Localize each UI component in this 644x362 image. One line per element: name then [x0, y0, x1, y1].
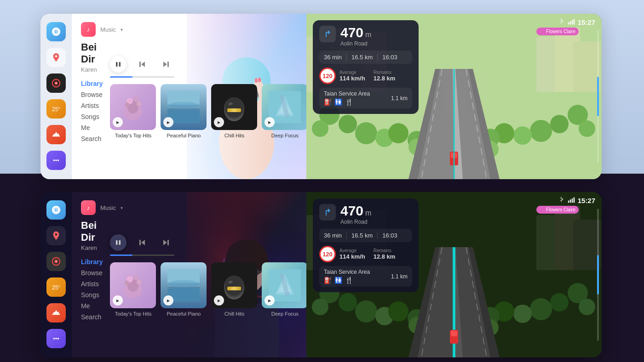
- svg-text:25°: 25°: [52, 284, 60, 291]
- bottom-map-scrollbar[interactable]: [597, 209, 599, 341]
- bottom-turn-icon: ↱: [319, 204, 336, 221]
- bottom-prev-button[interactable]: [134, 234, 150, 251]
- nav-search[interactable]: Search: [81, 134, 103, 144]
- svg-point-131: [225, 276, 243, 296]
- bottom-sidebar-icon-2[interactable]: [46, 252, 66, 271]
- svg-point-121: [133, 275, 139, 280]
- svg-point-40: [167, 102, 200, 109]
- nav-songs[interactable]: Songs: [81, 112, 103, 122]
- svg-point-70: [530, 120, 552, 142]
- bottom-nav-me[interactable]: Me: [81, 301, 103, 311]
- bottom-next-button[interactable]: [158, 234, 174, 251]
- top-nav-stats: 36 min 16.5 km 16:03: [319, 51, 412, 64]
- bottom-remains-label: Remains: [374, 248, 396, 253]
- svg-point-95: [53, 338, 55, 339]
- top-album-4[interactable]: ▶ Deep Focus: [262, 84, 306, 138]
- svg-rect-133: [227, 287, 241, 290]
- nav-artists[interactable]: Artists: [81, 101, 103, 111]
- sidebar-icon-2[interactable]: [46, 74, 66, 93]
- svg-point-150: [355, 300, 377, 322]
- bottom-sidebar-icon-3[interactable]: 25°: [46, 277, 66, 297]
- top-panel: 25°: [40, 14, 602, 179]
- top-album-grid: ▶ Today's Top Hits ▶: [110, 84, 306, 138]
- bottom-friend-marker: Flowers Claire: [536, 206, 579, 214]
- bottom-stat-km: 16.5 km: [346, 232, 373, 239]
- svg-point-34: [133, 96, 139, 102]
- bottom-scrollbar-thumb: [597, 255, 599, 294]
- top-map-scrollbar[interactable]: [597, 30, 599, 163]
- top-music-inner: ♪ Music ▾ Bei Dir Karen Library Browse A…: [72, 14, 306, 179]
- bottom-album-1[interactable]: ▶ Today's Top Hits: [110, 262, 156, 317]
- top-progress-fill: [110, 76, 132, 78]
- top-remains-value: 12.8 km: [374, 75, 396, 82]
- top-album-1-label: Today's Top Hits: [110, 133, 156, 138]
- svg-point-152: [388, 301, 408, 322]
- bottom-nav-search[interactable]: Search: [81, 312, 103, 322]
- sidebar-icon-1[interactable]: [46, 48, 66, 67]
- bottom-sidebar-icon-5[interactable]: [46, 329, 66, 348]
- bottom-album-4-label: Deep Focus: [262, 311, 306, 317]
- svg-rect-113: [119, 240, 121, 245]
- bottom-bluetooth-icon: [558, 197, 565, 204]
- bottom-album-1-label: Today's Top Hits: [110, 311, 156, 317]
- top-music-app-icon: ♪: [81, 22, 96, 37]
- sidebar-icon-3[interactable]: 25°: [46, 99, 66, 119]
- sidebar-icon-0[interactable]: [46, 22, 66, 41]
- top-album-2-label: Peaceful Piano: [161, 133, 207, 138]
- top-map-section: ↱ 470 m Aolin Road 36 min 16.5 km 16:03 …: [306, 14, 602, 179]
- svg-rect-146: [573, 220, 601, 270]
- bottom-nav-songs[interactable]: Songs: [81, 290, 103, 300]
- sidebar-icon-5[interactable]: [46, 151, 66, 170]
- nav-browse[interactable]: Browse: [81, 90, 103, 100]
- top-sidebar: 25°: [40, 14, 72, 179]
- top-service-area: Taian Service Area ⛽ 🚻 🍴 1.1 km: [319, 88, 412, 108]
- svg-point-96: [55, 338, 57, 339]
- bottom-album-grid: ▶ Today's Top Hits ▶ Peaceful Pi: [110, 262, 306, 317]
- bottom-progress-bar[interactable]: [110, 255, 174, 256]
- bottom-remains-value: 12.8 km: [374, 253, 396, 260]
- nav-library[interactable]: Library: [81, 79, 103, 89]
- bottom-album-2[interactable]: ▶ Peaceful Piano: [161, 262, 207, 317]
- svg-rect-89: [573, 19, 574, 24]
- sidebar-icon-4[interactable]: [46, 125, 66, 144]
- bottom-stat-eta: 16:03: [377, 232, 397, 239]
- fuel-icon: ⛽: [324, 98, 332, 106]
- svg-point-157: [530, 298, 552, 320]
- bottom-music-section: ♪ Music ▾ Bei Dir Karen Library Browse A…: [72, 192, 306, 357]
- bottom-stat-time: 36 min: [324, 232, 342, 239]
- svg-rect-112: [116, 240, 118, 245]
- top-nav-direction: ↱ 470 m Aolin Road: [319, 26, 412, 47]
- bottom-sidebar-icon-0[interactable]: [46, 200, 66, 220]
- bottom-song-title: Bei Dir: [81, 220, 103, 243]
- top-nav-menu: Library Browse Artists Songs Me Search: [81, 79, 103, 144]
- svg-rect-59: [573, 41, 601, 92]
- bottom-panel: 25°: [40, 192, 602, 357]
- top-pause-button[interactable]: [110, 56, 126, 73]
- top-status-bar: 15:27: [558, 18, 595, 26]
- bottom-nav-card: ↱ 470 m Aolin Road 36 min 16.5 km 16:03 …: [313, 198, 419, 292]
- top-remains-label: Remains: [374, 70, 396, 75]
- bottom-sidebar-icon-1[interactable]: [46, 226, 66, 245]
- top-music-header: ♪ Music ▾: [81, 22, 297, 37]
- bottom-map-section: ↱ 470 m Aolin Road 36 min 16.5 km 16:03 …: [306, 192, 602, 357]
- bottom-nav-artists[interactable]: Artists: [81, 279, 103, 289]
- bottom-album-3[interactable]: ▶ Chill Hits: [211, 262, 257, 317]
- nav-me[interactable]: Me: [81, 123, 103, 133]
- bottom-avg-label: Average: [339, 248, 365, 253]
- top-album-1[interactable]: ▶ Today's Top Hits: [110, 84, 156, 138]
- svg-point-71: [513, 126, 532, 145]
- top-next-button[interactable]: [158, 56, 174, 73]
- svg-rect-177: [573, 197, 574, 203]
- top-album-3[interactable]: ▶ Chill Hits: [211, 84, 257, 138]
- top-progress-bar[interactable]: [110, 76, 174, 78]
- top-prev-button[interactable]: [134, 56, 150, 73]
- restroom-icon: 🚻: [334, 98, 342, 106]
- bottom-nav-browse[interactable]: Browse: [81, 268, 103, 278]
- bottom-album-4[interactable]: ▶ Deep Focus: [262, 262, 306, 317]
- bottom-pause-button[interactable]: [110, 234, 126, 251]
- bottom-playback-controls: [110, 234, 306, 251]
- bottom-service-dist: 1.1 km: [391, 273, 408, 280]
- top-album-2[interactable]: ▶ Peaceful Piano: [161, 84, 207, 138]
- bottom-sidebar-icon-4[interactable]: [46, 303, 66, 322]
- bottom-nav-library[interactable]: Library: [81, 257, 103, 267]
